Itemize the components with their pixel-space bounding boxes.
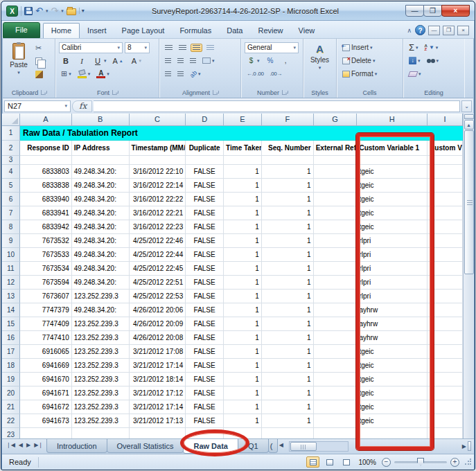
cell[interactable]: 1 (224, 165, 262, 179)
cell[interactable]: 1 (224, 303, 262, 317)
cell[interactable]: 7673607 (20, 290, 72, 303)
cell[interactable] (314, 331, 358, 345)
find-select-button[interactable]: ▾ (425, 57, 441, 65)
row-header-20[interactable]: 20 (2, 386, 20, 400)
cell[interactable] (357, 428, 427, 438)
orientation-button[interactable]: ab▾ (188, 69, 203, 79)
column-header-D[interactable]: D (186, 114, 224, 126)
cell[interactable]: 7673533 (20, 248, 72, 262)
cell[interactable]: 1 (262, 248, 314, 262)
bold-button[interactable]: B (59, 55, 73, 66)
save-icon[interactable] (24, 7, 33, 15)
cell[interactable]: 1 (262, 206, 314, 220)
select-all-corner[interactable] (2, 114, 20, 126)
cell[interactable] (427, 262, 463, 276)
cell[interactable]: 49.248.34.20: (72, 303, 130, 317)
cell[interactable]: 49.248.34.20: (72, 179, 130, 193)
cell[interactable]: 1 (224, 317, 262, 331)
cell[interactable]: FALSE (186, 248, 224, 262)
cell[interactable]: 4/25/2012 22:51 (130, 276, 186, 290)
cell[interactable] (314, 345, 358, 359)
cell[interactable]: IP Address (72, 141, 130, 156)
cell[interactable]: FALSE (186, 359, 224, 373)
delete-cells-button[interactable]: Delete▾ (340, 55, 377, 66)
cell[interactable]: 6833941 (20, 206, 72, 220)
cell[interactable]: ayhrw (357, 303, 427, 317)
page-layout-view-button[interactable] (323, 456, 336, 468)
clear-button[interactable]: ▾ (407, 70, 423, 78)
increase-indent-button[interactable] (175, 70, 186, 78)
cell[interactable] (427, 290, 463, 303)
cell[interactable]: 3/21/2012 17:14 (130, 359, 186, 373)
cell[interactable] (427, 359, 463, 373)
cell[interactable] (314, 414, 358, 428)
cell[interactable]: rlpri (357, 248, 427, 262)
alignment-dialog-launcher-icon[interactable] (213, 90, 218, 95)
middle-align-button[interactable] (177, 44, 188, 52)
cell[interactable]: 1 (224, 414, 262, 428)
cell[interactable] (314, 317, 358, 331)
cell[interactable] (186, 156, 224, 165)
accounting-format-button[interactable]: $▾ (245, 55, 262, 66)
cell[interactable]: tgeic (357, 206, 427, 220)
sheet-tab-clipped[interactable]: ( (268, 439, 278, 453)
row-header-9[interactable]: 9 (2, 234, 20, 248)
cell[interactable]: tgeic (357, 165, 427, 179)
cell[interactable]: 1 (262, 220, 314, 234)
row-header-17[interactable]: 17 (2, 345, 20, 359)
column-header-C[interactable]: C (130, 114, 186, 126)
cell[interactable] (427, 206, 463, 220)
cell[interactable]: tgeic (357, 400, 427, 414)
cell[interactable]: FALSE (186, 220, 224, 234)
row-header-10[interactable]: 10 (2, 248, 20, 262)
percent-style-button[interactable]: % (264, 55, 277, 66)
cell[interactable]: 3/21/2012 17:12 (130, 386, 186, 400)
cell[interactable] (427, 248, 463, 262)
insert-cells-button[interactable]: Insert▾ (340, 42, 375, 53)
cell[interactable]: 123.252.239.3 (72, 414, 130, 428)
cell[interactable] (427, 400, 463, 414)
cell[interactable]: 7747410 (20, 331, 72, 345)
cell[interactable]: rlpri (357, 234, 427, 248)
number-format-select[interactable]: General▾ (245, 42, 299, 53)
cell[interactable]: Response ID (20, 141, 72, 156)
horizontal-scroll-thumb[interactable] (290, 442, 317, 451)
merge-center-button[interactable]: ▾ (200, 56, 217, 65)
cell[interactable]: 1 (262, 193, 314, 206)
cell[interactable] (427, 276, 463, 290)
cell[interactable]: 1 (224, 206, 262, 220)
sort-filter-button[interactable]: AZ▼▾ (423, 43, 441, 53)
last-sheet-icon[interactable]: ▶❘ (33, 441, 44, 449)
number-dialog-launcher-icon[interactable] (282, 90, 287, 95)
cell[interactable]: 3/21/2012 17:08 (130, 345, 186, 359)
help-icon[interactable]: ? (415, 25, 425, 35)
bottom-align-button[interactable] (191, 44, 202, 52)
grow-font-button[interactable]: A▲ (111, 55, 127, 66)
cell[interactable] (427, 414, 463, 428)
close-button[interactable]: × (441, 5, 470, 17)
row-header-4[interactable]: 4 (2, 165, 20, 179)
cell[interactable]: rlpri (357, 276, 427, 290)
open-folder-icon[interactable] (67, 8, 76, 15)
cell[interactable] (427, 428, 463, 438)
tab-insert[interactable]: Insert (80, 24, 114, 38)
cell[interactable]: 3/21/2012 18:14 (130, 373, 186, 386)
customize-toolbar-icon[interactable]: ▾ (79, 8, 85, 14)
cell[interactable] (427, 373, 463, 386)
row-header-6[interactable]: 6 (2, 193, 20, 206)
cell[interactable]: 1 (224, 373, 262, 386)
cell[interactable]: tgeic (357, 386, 427, 400)
row-header-5[interactable]: 5 (2, 179, 20, 193)
cell[interactable]: FALSE (186, 262, 224, 276)
cell[interactable]: FALSE (186, 193, 224, 206)
expand-formula-bar-icon[interactable]: ⌄ (461, 100, 472, 112)
font-family-select[interactable]: Calibri▾ (59, 42, 123, 53)
cell[interactable]: 4/26/2012 20:08 (130, 331, 186, 345)
cell[interactable]: 4/25/2012 22:44 (130, 248, 186, 262)
undo-icon[interactable]: ↶ (35, 7, 43, 15)
next-sheet-icon[interactable]: ▶ (25, 441, 32, 449)
column-header-B[interactable]: B (72, 114, 130, 126)
cell[interactable] (130, 156, 186, 165)
vertical-scrollbar[interactable]: ▲ (463, 114, 474, 438)
row-header-19[interactable]: 19 (2, 373, 20, 386)
